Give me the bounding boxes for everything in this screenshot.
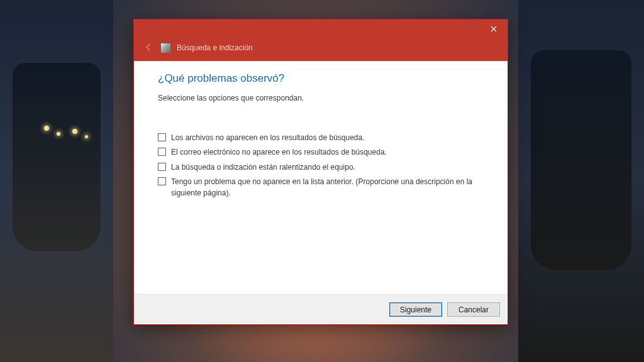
back-button[interactable] — [143, 42, 154, 53]
option-files-not-appearing[interactable]: Los archivos no aparecen en los resultad… — [158, 133, 484, 143]
dialog-footer: Siguiente Cancelar — [134, 294, 508, 324]
option-email-not-appearing[interactable]: El correo electrónico no aparece en los … — [158, 147, 484, 158]
wallpaper-lights — [38, 119, 101, 157]
option-label: La búsqueda o indización están ralentiza… — [171, 162, 484, 173]
page-title: ¿Qué problemas observó? — [158, 72, 484, 85]
close-button[interactable] — [480, 19, 508, 38]
desktop-wallpaper-left — [0, 0, 113, 362]
option-label: El correo electrónico no aparece en los … — [171, 147, 484, 158]
option-search-slowing-down[interactable]: La búsqueda o indización están ralentiza… — [158, 162, 484, 173]
troubleshooter-dialog: Búsqueda e indización ¿Qué problemas obs… — [133, 19, 508, 325]
arrow-left-icon — [143, 42, 153, 54]
checkbox-icon[interactable] — [158, 133, 166, 141]
dialog-content: ¿Qué problemas observó? Seleccione las o… — [134, 61, 508, 294]
checkbox-icon[interactable] — [158, 148, 166, 156]
problem-options-list: Los archivos no aparecen en los resultad… — [158, 133, 484, 199]
titlebar — [134, 19, 508, 38]
troubleshooter-icon — [160, 43, 170, 53]
breadcrumb-text: Búsqueda e indización — [177, 43, 253, 52]
option-other-problem[interactable]: Tengo un problema que no aparece en la l… — [158, 177, 484, 199]
close-icon — [491, 25, 497, 34]
option-label: Los archivos no aparecen en los resultad… — [171, 133, 484, 143]
cancel-button[interactable]: Cancelar — [447, 302, 500, 317]
checkbox-icon[interactable] — [158, 163, 166, 171]
checkbox-icon[interactable] — [158, 177, 166, 185]
next-button[interactable]: Siguiente — [389, 302, 442, 317]
dialog-header: Búsqueda e indización — [134, 38, 508, 61]
page-instruction: Seleccione las opciones que correspondan… — [158, 94, 484, 102]
desktop-wallpaper-right — [518, 0, 644, 362]
option-label: Tengo un problema que no aparece en la l… — [171, 177, 484, 199]
